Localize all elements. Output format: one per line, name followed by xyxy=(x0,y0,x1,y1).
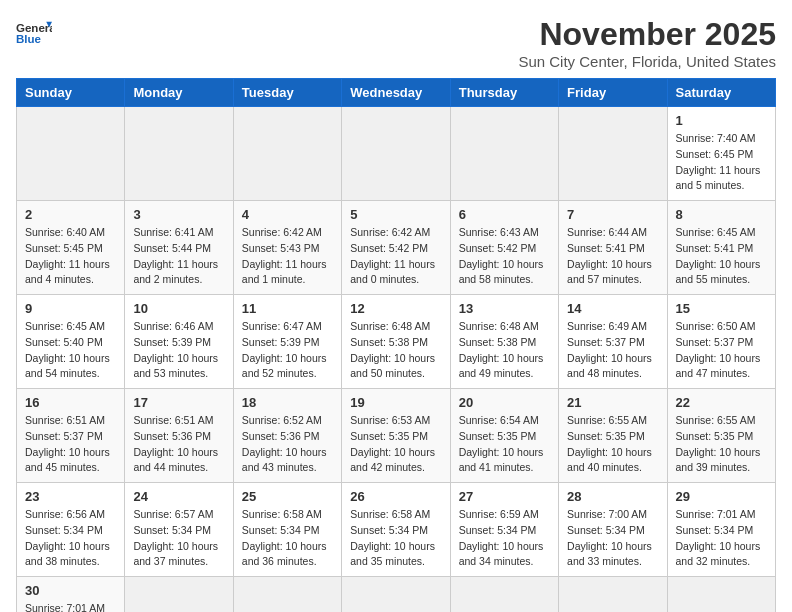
calendar-cell: 19Sunrise: 6:53 AM Sunset: 5:35 PM Dayli… xyxy=(342,389,450,483)
day-info: Sunrise: 6:47 AM Sunset: 5:39 PM Dayligh… xyxy=(242,319,333,382)
calendar-cell xyxy=(233,107,341,201)
calendar-cell: 30Sunrise: 7:01 AM Sunset: 5:33 PM Dayli… xyxy=(17,577,125,613)
day-info: Sunrise: 6:45 AM Sunset: 5:41 PM Dayligh… xyxy=(676,225,767,288)
day-info: Sunrise: 6:54 AM Sunset: 5:35 PM Dayligh… xyxy=(459,413,550,476)
day-number: 28 xyxy=(567,489,658,504)
day-number: 29 xyxy=(676,489,767,504)
weekday-header-row: SundayMondayTuesdayWednesdayThursdayFrid… xyxy=(17,79,776,107)
calendar-cell: 24Sunrise: 6:57 AM Sunset: 5:34 PM Dayli… xyxy=(125,483,233,577)
calendar-cell: 3Sunrise: 6:41 AM Sunset: 5:44 PM Daylig… xyxy=(125,201,233,295)
calendar-week-row: 1Sunrise: 7:40 AM Sunset: 6:45 PM Daylig… xyxy=(17,107,776,201)
weekday-header-thursday: Thursday xyxy=(450,79,558,107)
calendar-cell xyxy=(450,107,558,201)
day-info: Sunrise: 7:01 AM Sunset: 5:34 PM Dayligh… xyxy=(676,507,767,570)
day-info: Sunrise: 6:48 AM Sunset: 5:38 PM Dayligh… xyxy=(459,319,550,382)
day-info: Sunrise: 6:50 AM Sunset: 5:37 PM Dayligh… xyxy=(676,319,767,382)
day-number: 4 xyxy=(242,207,333,222)
day-info: Sunrise: 6:55 AM Sunset: 5:35 PM Dayligh… xyxy=(676,413,767,476)
day-info: Sunrise: 6:42 AM Sunset: 5:43 PM Dayligh… xyxy=(242,225,333,288)
day-number: 17 xyxy=(133,395,224,410)
calendar-week-row: 9Sunrise: 6:45 AM Sunset: 5:40 PM Daylig… xyxy=(17,295,776,389)
day-info: Sunrise: 6:43 AM Sunset: 5:42 PM Dayligh… xyxy=(459,225,550,288)
calendar-cell: 16Sunrise: 6:51 AM Sunset: 5:37 PM Dayli… xyxy=(17,389,125,483)
day-number: 5 xyxy=(350,207,441,222)
month-year-title: November 2025 xyxy=(518,16,776,53)
calendar-cell xyxy=(342,577,450,613)
calendar-cell: 14Sunrise: 6:49 AM Sunset: 5:37 PM Dayli… xyxy=(559,295,667,389)
day-info: Sunrise: 6:58 AM Sunset: 5:34 PM Dayligh… xyxy=(350,507,441,570)
day-info: Sunrise: 7:01 AM Sunset: 5:33 PM Dayligh… xyxy=(25,601,116,612)
calendar-cell: 29Sunrise: 7:01 AM Sunset: 5:34 PM Dayli… xyxy=(667,483,775,577)
day-info: Sunrise: 6:41 AM Sunset: 5:44 PM Dayligh… xyxy=(133,225,224,288)
day-number: 2 xyxy=(25,207,116,222)
day-info: Sunrise: 6:46 AM Sunset: 5:39 PM Dayligh… xyxy=(133,319,224,382)
day-number: 25 xyxy=(242,489,333,504)
location-subtitle: Sun City Center, Florida, United States xyxy=(518,53,776,70)
calendar-cell: 12Sunrise: 6:48 AM Sunset: 5:38 PM Dayli… xyxy=(342,295,450,389)
calendar-cell xyxy=(125,577,233,613)
day-info: Sunrise: 6:45 AM Sunset: 5:40 PM Dayligh… xyxy=(25,319,116,382)
calendar-table: SundayMondayTuesdayWednesdayThursdayFrid… xyxy=(16,78,776,612)
calendar-cell: 5Sunrise: 6:42 AM Sunset: 5:42 PM Daylig… xyxy=(342,201,450,295)
calendar-week-row: 2Sunrise: 6:40 AM Sunset: 5:45 PM Daylig… xyxy=(17,201,776,295)
calendar-cell: 26Sunrise: 6:58 AM Sunset: 5:34 PM Dayli… xyxy=(342,483,450,577)
calendar-cell: 7Sunrise: 6:44 AM Sunset: 5:41 PM Daylig… xyxy=(559,201,667,295)
day-number: 1 xyxy=(676,113,767,128)
calendar-cell: 20Sunrise: 6:54 AM Sunset: 5:35 PM Dayli… xyxy=(450,389,558,483)
day-info: Sunrise: 7:40 AM Sunset: 6:45 PM Dayligh… xyxy=(676,131,767,194)
calendar-cell: 22Sunrise: 6:55 AM Sunset: 5:35 PM Dayli… xyxy=(667,389,775,483)
day-info: Sunrise: 6:55 AM Sunset: 5:35 PM Dayligh… xyxy=(567,413,658,476)
logo: General Blue xyxy=(16,16,52,52)
day-number: 26 xyxy=(350,489,441,504)
day-number: 6 xyxy=(459,207,550,222)
weekday-header-friday: Friday xyxy=(559,79,667,107)
calendar-cell: 9Sunrise: 6:45 AM Sunset: 5:40 PM Daylig… xyxy=(17,295,125,389)
page-header: General Blue November 2025 Sun City Cent… xyxy=(16,16,776,70)
day-info: Sunrise: 6:42 AM Sunset: 5:42 PM Dayligh… xyxy=(350,225,441,288)
day-number: 8 xyxy=(676,207,767,222)
calendar-week-row: 16Sunrise: 6:51 AM Sunset: 5:37 PM Dayli… xyxy=(17,389,776,483)
calendar-cell: 18Sunrise: 6:52 AM Sunset: 5:36 PM Dayli… xyxy=(233,389,341,483)
day-info: Sunrise: 6:58 AM Sunset: 5:34 PM Dayligh… xyxy=(242,507,333,570)
calendar-cell xyxy=(125,107,233,201)
day-info: Sunrise: 6:49 AM Sunset: 5:37 PM Dayligh… xyxy=(567,319,658,382)
day-number: 14 xyxy=(567,301,658,316)
calendar-cell: 28Sunrise: 7:00 AM Sunset: 5:34 PM Dayli… xyxy=(559,483,667,577)
day-info: Sunrise: 6:51 AM Sunset: 5:37 PM Dayligh… xyxy=(25,413,116,476)
day-number: 19 xyxy=(350,395,441,410)
weekday-header-sunday: Sunday xyxy=(17,79,125,107)
weekday-header-monday: Monday xyxy=(125,79,233,107)
calendar-cell: 27Sunrise: 6:59 AM Sunset: 5:34 PM Dayli… xyxy=(450,483,558,577)
calendar-cell: 21Sunrise: 6:55 AM Sunset: 5:35 PM Dayli… xyxy=(559,389,667,483)
calendar-week-row: 30Sunrise: 7:01 AM Sunset: 5:33 PM Dayli… xyxy=(17,577,776,613)
calendar-cell: 23Sunrise: 6:56 AM Sunset: 5:34 PM Dayli… xyxy=(17,483,125,577)
calendar-cell xyxy=(233,577,341,613)
calendar-cell: 1Sunrise: 7:40 AM Sunset: 6:45 PM Daylig… xyxy=(667,107,775,201)
calendar-cell xyxy=(342,107,450,201)
day-number: 3 xyxy=(133,207,224,222)
calendar-cell: 2Sunrise: 6:40 AM Sunset: 5:45 PM Daylig… xyxy=(17,201,125,295)
day-number: 20 xyxy=(459,395,550,410)
weekday-header-tuesday: Tuesday xyxy=(233,79,341,107)
calendar-cell: 6Sunrise: 6:43 AM Sunset: 5:42 PM Daylig… xyxy=(450,201,558,295)
day-info: Sunrise: 6:51 AM Sunset: 5:36 PM Dayligh… xyxy=(133,413,224,476)
day-number: 16 xyxy=(25,395,116,410)
day-info: Sunrise: 6:53 AM Sunset: 5:35 PM Dayligh… xyxy=(350,413,441,476)
day-number: 13 xyxy=(459,301,550,316)
calendar-cell: 10Sunrise: 6:46 AM Sunset: 5:39 PM Dayli… xyxy=(125,295,233,389)
day-number: 23 xyxy=(25,489,116,504)
day-info: Sunrise: 6:48 AM Sunset: 5:38 PM Dayligh… xyxy=(350,319,441,382)
calendar-cell xyxy=(667,577,775,613)
day-info: Sunrise: 6:57 AM Sunset: 5:34 PM Dayligh… xyxy=(133,507,224,570)
day-number: 10 xyxy=(133,301,224,316)
calendar-cell xyxy=(559,107,667,201)
day-info: Sunrise: 6:59 AM Sunset: 5:34 PM Dayligh… xyxy=(459,507,550,570)
day-number: 7 xyxy=(567,207,658,222)
day-number: 11 xyxy=(242,301,333,316)
calendar-cell: 15Sunrise: 6:50 AM Sunset: 5:37 PM Dayli… xyxy=(667,295,775,389)
calendar-cell: 11Sunrise: 6:47 AM Sunset: 5:39 PM Dayli… xyxy=(233,295,341,389)
day-number: 12 xyxy=(350,301,441,316)
svg-text:General: General xyxy=(16,22,52,34)
day-number: 15 xyxy=(676,301,767,316)
calendar-cell xyxy=(450,577,558,613)
